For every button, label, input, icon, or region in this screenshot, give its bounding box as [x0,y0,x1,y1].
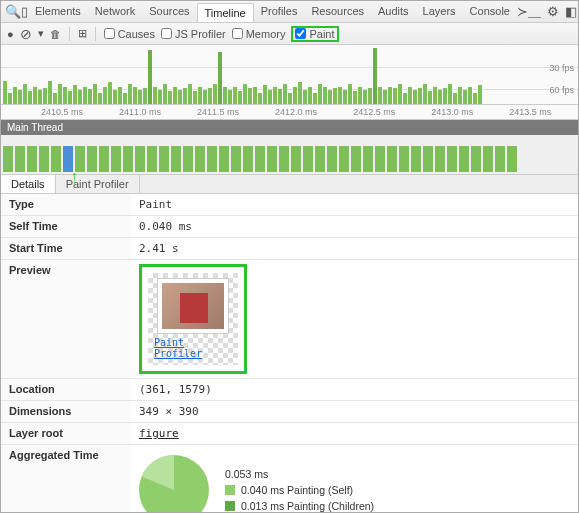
row-aggtime-key: Aggregated Time [1,445,131,514]
row-starttime-val: 2.41 s [131,238,578,260]
separator [95,27,96,41]
agg-self: 0.040 ms Painting (Self) [241,484,353,496]
tab-timeline[interactable]: Timeline [197,3,254,22]
bars [1,45,578,104]
main-thread-flame[interactable]: ↑ [1,135,578,175]
preview-highlight: Paint Profiler [139,264,247,374]
details-table: TypePaint Self Time0.040 ms Start Time2.… [1,194,578,513]
tab-console[interactable]: Console [463,2,517,22]
tab-details[interactable]: Details [1,175,56,193]
tab-resources[interactable]: Resources [304,2,371,22]
tab-profiles[interactable]: Profiles [254,2,305,22]
paint-thumbnail [158,279,228,333]
record-button[interactable]: ● [7,28,14,40]
aggregated-pie-chart [139,455,209,513]
settings-icon[interactable]: ⚙ [547,4,559,20]
timeline-toolbar: ● ⊘ ▾ 🗑 ⊞ Causes JS Profiler Memory Pain… [1,23,578,45]
paint-checkbox[interactable]: Paint [295,28,334,40]
time-ruler: 2410.5 ms2411.0 ms2411.5 ms2412.0 ms2412… [1,105,578,120]
layer-root-link[interactable]: figure [139,427,179,440]
row-type-val: Paint [131,194,578,216]
devtools-topbar: 🔍 ▯ Elements Network Sources Timeline Pr… [1,1,578,23]
dock-icon[interactable]: ◧ [565,4,577,20]
tab-layers[interactable]: Layers [416,2,463,22]
memory-checkbox[interactable]: Memory [232,28,286,40]
paint-profiler-link[interactable]: Paint Profiler [154,337,232,359]
detail-tabs: Details Paint Profiler [1,175,578,194]
panel-tabs: Elements Network Sources Timeline Profil… [28,2,517,22]
row-layerroot-key: Layer root [1,423,131,445]
row-selftime-key: Self Time [1,216,131,238]
row-preview-key: Preview [1,260,131,379]
jsprofiler-checkbox[interactable]: JS Profiler [161,28,226,40]
swatch-self [225,485,235,495]
pie-legend: 0.053 ms 0.040 ms Painting (Self) 0.013 … [225,468,374,512]
selection-arrow-icon: ↑ [71,168,78,184]
row-dimensions-key: Dimensions [1,401,131,423]
row-location-val: (361, 1579) [131,379,578,401]
row-dimensions-val: 349 × 390 [131,401,578,423]
tab-paint-profiler[interactable]: Paint Profiler [56,175,140,193]
row-starttime-key: Start Time [1,238,131,260]
row-selftime-val: 0.040 ms [131,216,578,238]
overview-chart[interactable]: 30 fps 60 fps [1,45,578,105]
tab-sources[interactable]: Sources [142,2,196,22]
separator [69,27,70,41]
swatch-children [225,501,235,511]
tab-network[interactable]: Network [88,2,142,22]
view-icon[interactable]: ⊞ [78,27,87,40]
clear-button[interactable]: ⊘ [20,26,32,42]
causes-checkbox[interactable]: Causes [104,28,155,40]
search-icon[interactable]: 🔍 [5,4,21,19]
tab-elements[interactable]: Elements [28,2,88,22]
row-location-key: Location [1,379,131,401]
row-type-key: Type [1,194,131,216]
agg-total: 0.053 ms [225,468,268,480]
tab-audits[interactable]: Audits [371,2,416,22]
agg-children: 0.013 ms Painting (Children) [241,500,374,512]
device-icon[interactable]: ▯ [21,4,28,19]
gc-icon[interactable]: 🗑 [50,28,61,40]
paint-checkbox-highlight: Paint [291,26,338,42]
main-thread-header: Main Thread [1,120,578,135]
drawer-icon[interactable]: ≻⸏ [517,4,541,20]
filter-icon[interactable]: ▾ [38,27,44,40]
